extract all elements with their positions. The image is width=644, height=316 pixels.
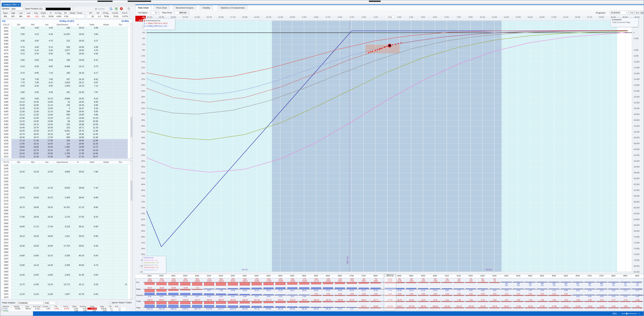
strike-row[interactable]: 2880 [1, 289, 130, 293]
strike-row[interactable]: 43754.905.105.302,87716.054.76 [1, 49, 130, 52]
theo-price-input[interactable]: 3859.68▲▼ [174, 11, 189, 15]
zoom-slider[interactable] [622, 313, 637, 314]
strike-row[interactable]: 3090 [1, 209, 130, 212]
strike-row[interactable]: 2960 [1, 260, 130, 264]
strike-row[interactable]: 428011.5011.8012.1034916.509.50 [1, 110, 130, 113]
t-mode-button[interactable]: T+0 [628, 11, 634, 15]
strike-row[interactable]: 426013.8014.1014.4023416.6810.93 [1, 123, 130, 126]
strike-row[interactable]: 300015.3015.5515.8017,72439.61-5.28 [1, 244, 130, 247]
next-arrow-button[interactable]: ▶ [642, 11, 644, 15]
strike-row[interactable]: 3010 [1, 241, 130, 244]
scroll-thumb[interactable] [131, 181, 132, 201]
expand-icon[interactable]: + [1, 307, 3, 309]
strike-row[interactable]: 4385 [1, 43, 130, 46]
zoom-in-button[interactable]: + [638, 312, 640, 315]
scroll-up-icon[interactable]: ∧ [130, 23, 132, 25]
symbol-select[interactable]: SPX▾ [11, 7, 24, 11]
scroll-down-icon[interactable]: ∨ [130, 157, 132, 159]
scrollbar[interactable]: ∧∨ [130, 23, 132, 159]
strike-row[interactable]: 43406.706.957.2016516.166.17 [1, 72, 130, 75]
auto-select[interactable]: Auto▾ [44, 301, 57, 305]
strike-row[interactable]: 3020 [1, 238, 130, 241]
strike-row[interactable]: 43506.106.356.606,48816.125.73 [1, 65, 130, 68]
ignore-checkbox[interactable] [109, 301, 111, 304]
strike-row[interactable]: 425514.4014.7015.0010216.7111.29 [1, 126, 130, 129]
strike-row[interactable]: 297514.6014.8515.103,20540.24-5.00 [1, 254, 130, 257]
strike-row[interactable]: 3180 [1, 167, 130, 170]
strike-row[interactable]: 4395 [1, 36, 130, 39]
scroll-thumb[interactable] [131, 117, 132, 137]
strike-row[interactable]: 43804.704.905.1052616.054.59 [1, 46, 130, 49]
strike-row[interactable]: 2990 [1, 247, 130, 251]
cancel-icon[interactable]: × [120, 7, 123, 10]
strike-row[interactable]: 307517.8018.0518.302,17037.83-6.24 [1, 215, 130, 219]
strike-row[interactable]: 429010.5010.8011.1010616.438.85 [1, 104, 130, 107]
commit-button[interactable]: Commit [95, 7, 108, 11]
strike-row[interactable]: 421021.1021.4521.8020617.1515.07 [1, 155, 130, 158]
strike-row[interactable]: 3080 [1, 212, 130, 215]
strike-row[interactable]: 43108.809.059.3029116.307.67 [1, 91, 130, 94]
strike-row[interactable]: 43904.304.504.7021516.034.27 [1, 39, 130, 43]
strike-row[interactable]: 44103.603.804.0018816.023.69 [1, 26, 130, 30]
strike-row[interactable]: 429510.1010.3510.601616.408.55 [1, 101, 130, 104]
projection-date-select[interactable]: 3/13/2023▾ [610, 11, 628, 15]
strike-row[interactable]: 425015.0015.3515.706,33116.7611.68 [1, 129, 130, 133]
strike-row[interactable]: 43208.008.258.501,93316.237.12 [1, 84, 130, 88]
strike-row[interactable]: 295013.9014.1514.403,25540.84-4.73 [1, 264, 130, 267]
strike-row[interactable]: 44003.904.104.3012,32016.003.94 [1, 33, 130, 36]
strike-row[interactable]: 3120 [1, 199, 130, 202]
strike-row[interactable]: 2980 [1, 251, 130, 254]
strike-row[interactable]: 287512.2012.4012.601,93742.76-4.05 [1, 293, 130, 296]
search-icon[interactable] [110, 7, 112, 10]
strike-row[interactable]: 4335 [1, 75, 130, 78]
strike-row[interactable]: 424016.4016.7017.0058916.8512.46 [1, 136, 130, 139]
strike-row[interactable]: 2940 [1, 267, 130, 270]
strike-row[interactable]: 3140 [1, 190, 130, 193]
position-select[interactable]: ▾ [45, 7, 74, 11]
strike-row[interactable]: 4315 [1, 88, 130, 91]
strike-row[interactable]: 2910 [1, 280, 130, 283]
vol-adjust-input[interactable]: 0▲▼ [151, 11, 160, 15]
strike-row[interactable]: 2970 [1, 257, 130, 260]
spin-down-icon[interactable]: ▼ [158, 13, 159, 14]
strike-row[interactable]: 3185 [1, 164, 130, 167]
strike-row[interactable]: 422518.6018.9519.301,38016.9913.73 [1, 145, 130, 149]
plot-checkbox[interactable]: ✓ [118, 307, 120, 309]
scroll-up-icon[interactable]: ∧ [130, 161, 132, 162]
scrollbar[interactable]: ∧∨ [130, 161, 132, 299]
strike-row[interactable]: 3040 [1, 228, 130, 231]
strike-row[interactable]: 43307.307.557.8025716.196.62 [1, 78, 130, 81]
strike-row[interactable]: 428511.0011.3011.60316.479.18 [1, 107, 130, 110]
strike-row[interactable]: 4345 [1, 68, 130, 72]
strike-row[interactable]: 43605.605.806.0023816.085.31 [1, 59, 130, 62]
strike-row[interactable]: 292513.3013.5513.802,91941.49-4.50 [1, 273, 130, 276]
strike-row[interactable]: 2870 [1, 296, 130, 299]
strike-row[interactable]: 43257.707.908.102,81916.216.87 [1, 81, 130, 84]
tab-price-chart[interactable]: Price Chart [154, 5, 170, 10]
gear-icon[interactable] [127, 7, 130, 10]
tab-analysis-spx[interactable]: Analysis: SPX × [2, 3, 21, 7]
tab-risk-chart[interactable]: Risk Chart [136, 5, 151, 10]
tab-close-icon[interactable]: × [18, 4, 19, 6]
strike-row[interactable]: 422019.4019.7520.1030717.0514.16 [1, 149, 130, 152]
zoom-out-button[interactable]: − [618, 312, 620, 315]
strike-row[interactable]: 3110 [1, 202, 130, 206]
strike-row[interactable]: 2920 [1, 276, 130, 280]
strike-row[interactable]: 310018.7018.9519.2010,78137.23-6.60 [1, 206, 130, 209]
strike-row[interactable]: 3030 [1, 231, 130, 235]
line-mode-button[interactable]: 5Ln [634, 11, 640, 15]
strike-row[interactable]: 4405 [1, 30, 130, 33]
strike-row[interactable]: 424515.7016.0016.3016716.8012.06 [1, 133, 130, 136]
strike-row[interactable]: 4305 [1, 94, 130, 97]
strike-row[interactable]: 315020.8021.0521.306,62536.08-7.42 [1, 186, 130, 190]
strike-row[interactable]: 43009.609.8510.109,56816.358.23 [1, 97, 130, 100]
splitter-bottom[interactable]: ····· [1, 299, 133, 301]
strike-row[interactable]: 2890 [1, 286, 130, 289]
tab-statistics-fundamentals[interactable]: Statistics & Fundamentals [218, 5, 247, 10]
strike-row[interactable]: 427012.6012.9013.2012116.5810.19 [1, 117, 130, 120]
strike-row[interactable]: 302516.1016.3516.601,52139.02-5.58 [1, 235, 130, 238]
export-grid-icon[interactable] [115, 7, 118, 10]
strike-row[interactable]: 423017.8018.1518.5011416.9413.29 [1, 142, 130, 145]
strike-row[interactable]: 2930 [1, 270, 130, 273]
prev-arrow-button[interactable]: ◀ [640, 11, 642, 15]
